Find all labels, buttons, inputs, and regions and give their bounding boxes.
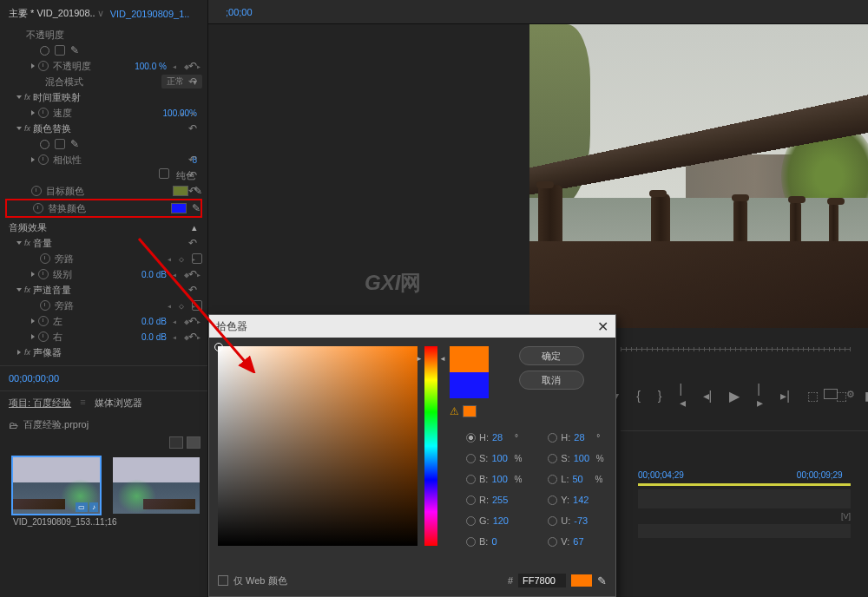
gamut-warning[interactable]: ⚠ (450, 405, 489, 417)
project-view-controls (0, 435, 207, 450)
s2-field[interactable]: S:100% (548, 453, 603, 463)
target-color-prop[interactable]: 目标颜色✎↶ (5, 183, 202, 199)
volume-section[interactable]: fx音量↶ (5, 235, 202, 251)
timeline-panel[interactable]: 00;00;04;29 00;00;09;29 [V] (621, 463, 868, 538)
l-field[interactable]: L:50% (548, 474, 603, 484)
panner-section[interactable]: fx声像器 (5, 344, 202, 360)
color-field[interactable] (218, 346, 418, 546)
h2-field[interactable]: H:28° (548, 432, 603, 443)
eyedropper-icon[interactable]: ✎ (597, 574, 607, 587)
eyedropper-icon: ✎ (192, 202, 201, 214)
b-field[interactable]: B:100% (466, 474, 522, 484)
hex-label: # (508, 575, 513, 586)
y-field[interactable]: Y:142 (548, 495, 603, 505)
monitor-controls: ▾ { } |◂ ◂| ▶ |▸ ▸| ⬚ ⬚ ◧ ⚙ 00;00;04;29 … (621, 338, 868, 597)
monitor-ruler[interactable] (621, 338, 868, 373)
s-field[interactable]: S:100% (466, 453, 522, 463)
right-channel-prop[interactable]: 右0.0 dB◂ ◆ ▸↶ (5, 329, 202, 344)
current-color-swatch[interactable] (450, 372, 489, 398)
clip-thumbnail[interactable] (113, 457, 200, 527)
project-filename: 百度经验.prproj (23, 418, 89, 431)
view-list-button[interactable] (169, 436, 183, 449)
opacity-prop[interactable]: 不透明度100.0 %◂ ◆ ▸↶ (5, 58, 202, 74)
hex-swatch (571, 574, 592, 587)
timeline-tc: 00;00;09;29 (797, 470, 843, 480)
export-frame-button[interactable]: ◧ (865, 389, 868, 403)
warning-icon: ⚠ (450, 405, 459, 417)
solid-color-prop[interactable]: 纯色↶ (5, 167, 202, 183)
hex-input[interactable] (518, 574, 566, 587)
opacity-header[interactable]: 不透明度 (5, 27, 202, 43)
r-field[interactable]: R:255 (466, 495, 522, 505)
target-color-swatch (173, 186, 188, 196)
v-field[interactable]: V:67 (548, 536, 603, 547)
mask-tools[interactable]: ✎ (5, 43, 202, 58)
project-tab[interactable]: 项目: 百度经验 (9, 397, 71, 410)
program-monitor[interactable] (529, 24, 868, 328)
speed-prop[interactable]: 速度100.00%◂ ▸ (5, 105, 202, 121)
timeline-start-tc: ;00;00 (226, 7, 253, 17)
blend-mode-prop[interactable]: 混合模式正常▾↶ (5, 74, 202, 89)
track-row[interactable] (638, 489, 851, 508)
h-field[interactable]: H:28° (466, 432, 522, 443)
dialog-title: 拾色器 (216, 319, 247, 334)
b2-field[interactable]: B:0 (466, 536, 522, 547)
clip-thumbnail[interactable]: ▭♪ VID_20190809_153..11;16 (13, 457, 100, 527)
watermark: GXI网 (365, 260, 421, 298)
folder-icon: 🗁 (9, 420, 18, 430)
mark-out-button[interactable]: } (658, 389, 662, 403)
audio-badge-icon: ♪ (89, 502, 98, 512)
effect-controls-tree: 不透明度 ✎ 不透明度100.0 %◂ ◆ ▸↶ 混合模式正常▾↶ fx时间重映… (0, 27, 207, 360)
color-replace-section[interactable]: fx颜色替换↶ (5, 121, 202, 136)
replace-color-prop[interactable]: 替换颜色✎ (5, 199, 202, 218)
play-button[interactable]: ▶ (729, 388, 740, 404)
go-to-in-button[interactable]: |◂ (680, 382, 686, 410)
effect-controls-tabs: 主要 * VID_201908.. ∨ VID_20190809_1.. (0, 0, 207, 27)
ok-button[interactable]: 确定 (519, 346, 584, 365)
level-prop[interactable]: 级别0.0 dB◂ ◆ ▸↶ (5, 266, 202, 282)
step-forward-button[interactable]: |▸ (757, 382, 763, 410)
monitor-title-bar (208, 0, 868, 24)
audio-effects-section[interactable]: 音频效果▴ (5, 220, 202, 235)
similarity-prop[interactable]: 相似性8↶ (5, 152, 202, 167)
media-browser-tab[interactable]: 媒体浏览器 (95, 397, 142, 410)
web-only-checkbox[interactable]: 仅 Web 颜色 (218, 574, 287, 587)
time-remap-section[interactable]: fx时间重映射 (5, 89, 202, 105)
bypass-prop-2[interactable]: 旁路◂ ◇ ▸ (5, 298, 202, 313)
track-row[interactable] (638, 524, 851, 538)
current-timecode[interactable]: 00;00;00;00 (0, 365, 207, 390)
replace-color-swatch (171, 203, 187, 213)
timeline-tc: 00;00;04;29 (638, 470, 684, 480)
channel-volume-section[interactable]: fx声道音量↶ (5, 282, 202, 298)
mask-tools-2[interactable]: ✎ (5, 136, 202, 152)
hue-slider[interactable] (424, 346, 437, 546)
project-file: 🗁 百度经验.prproj (0, 415, 207, 435)
mark-in-button[interactable]: { (636, 389, 641, 403)
work-area-bar[interactable] (638, 483, 851, 486)
dialog-titlebar[interactable]: 拾色器 ✕ (209, 315, 615, 338)
go-to-out-button[interactable]: ▸| (780, 389, 790, 403)
color-picker-dialog: 拾色器 ✕ ⚠ 确定 取消 H:28° S:100% B:100% R:255 … (208, 314, 616, 597)
project-tabs: 项目: 百度经验≡ 媒体浏览器 (0, 391, 207, 415)
settings-button[interactable]: ⚙ (846, 389, 855, 400)
u-field[interactable]: U:-73 (548, 515, 603, 526)
left-channel-prop[interactable]: 左0.0 dB◂ ◆ ▸↶ (5, 313, 202, 329)
tab-main[interactable]: 主要 * VID_201908.. (9, 7, 95, 20)
cancel-button[interactable]: 取消 (519, 371, 584, 390)
tab-active-clip[interactable]: VID_20190809_1.. (110, 9, 190, 19)
view-icon-button[interactable] (187, 436, 201, 449)
step-back-button[interactable]: ◂| (703, 389, 713, 403)
new-color-swatch (450, 346, 489, 372)
lift-button[interactable]: ⬚ (807, 389, 819, 403)
bypass-prop[interactable]: 旁路◂ ◇ ▸ (5, 251, 202, 266)
safe-margins-button[interactable] (824, 389, 838, 399)
video-badge-icon: ▭ (76, 502, 88, 512)
g-field[interactable]: G:120 (466, 515, 522, 526)
close-button[interactable]: ✕ (597, 318, 608, 335)
